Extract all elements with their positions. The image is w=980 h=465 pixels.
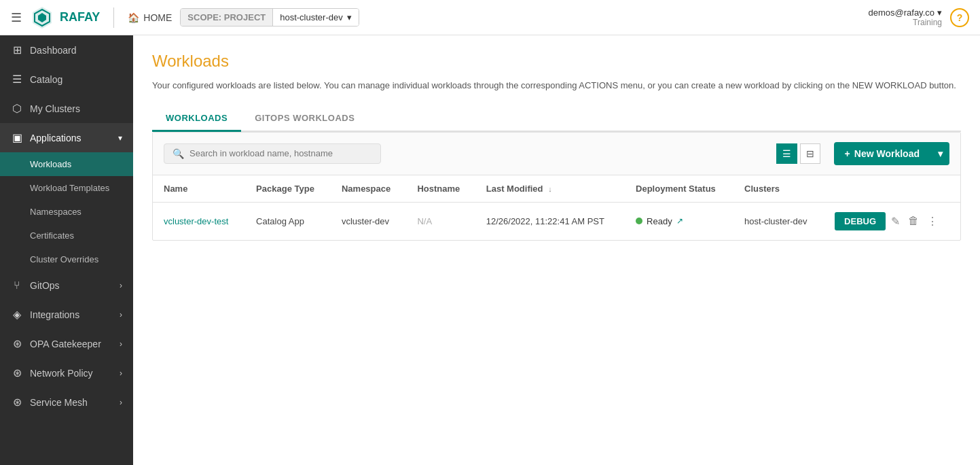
user-role: Training: [913, 18, 942, 27]
main-content: Workloads Your configured workloads are …: [133, 35, 980, 465]
sidebar-item-service-mesh[interactable]: ⊛ Service Mesh ›: [0, 388, 133, 417]
edit-icon[interactable]: ✎: [888, 212, 903, 230]
home-link[interactable]: 🏠 HOME: [128, 12, 172, 23]
sidebar: ⊞ Dashboard ☰ Catalog ⬡ My Clusters ▣ Ap…: [0, 35, 133, 465]
workloads-label: Workloads: [30, 159, 71, 169]
sidebar-item-label: Catalog: [30, 74, 62, 85]
opa-icon: ⊛: [11, 337, 23, 350]
home-icon: 🏠: [128, 12, 139, 23]
sidebar-subitem-certificates[interactable]: Certificates: [0, 224, 133, 247]
grid-view-icon: ⊟: [806, 148, 814, 159]
tabs: WORKLOADS GITOPS WORKLOADS: [152, 106, 961, 132]
search-icon: 🔍: [173, 148, 184, 159]
layout: ⊞ Dashboard ☰ Catalog ⬡ My Clusters ▣ Ap…: [0, 35, 980, 465]
col-deployment-status: Deployment Status: [625, 175, 733, 203]
service-mesh-chevron-icon: ›: [120, 398, 122, 407]
status-ready: Ready ↗: [636, 216, 723, 226]
search-box[interactable]: 🔍: [164, 143, 381, 164]
row-actions-cell: DEBUG ✎ 🗑 ⋮: [824, 202, 960, 240]
row-deployment-status: Ready ↗: [625, 202, 733, 240]
table-body: vcluster-dev-test Catalog App vcluster-d…: [153, 202, 960, 240]
top-nav: ☰ RAFAY 🏠 HOME SCOPE: PROJECT host-clust…: [0, 0, 980, 35]
workload-link[interactable]: vcluster-dev-test: [164, 216, 228, 226]
sidebar-item-label: GitOps: [30, 280, 60, 291]
debug-button[interactable]: DEBUG: [835, 212, 886, 230]
sidebar-item-label: My Clusters: [30, 103, 80, 114]
view-toggle: ☰ ⊟: [776, 143, 820, 164]
status-dot: [636, 218, 642, 224]
tab-workloads[interactable]: WORKLOADS: [152, 106, 241, 132]
col-name: Name: [153, 175, 245, 203]
gitops-icon: ⑂: [11, 279, 23, 292]
search-input[interactable]: [189, 148, 372, 158]
table-row: vcluster-dev-test Catalog App vcluster-d…: [153, 202, 960, 240]
col-clusters: Clusters: [733, 175, 824, 203]
new-workload-dropdown-icon[interactable]: ▾: [931, 142, 949, 165]
sidebar-item-opa-gatekeeper[interactable]: ⊛ OPA Gatekeeper ›: [0, 329, 133, 358]
table-header: Name Package Type Namespace Hostname Las: [153, 175, 960, 203]
user-menu[interactable]: demos@rafay.co ▾ Training: [869, 7, 943, 27]
list-view-icon: ☰: [782, 148, 791, 159]
new-workload-button[interactable]: + New Workload ▾: [834, 142, 949, 165]
row-namespace: vcluster-dev: [331, 202, 406, 240]
sidebar-subitem-workloads[interactable]: Workloads: [0, 152, 133, 176]
sidebar-item-label: Service Mesh: [30, 397, 88, 408]
row-name: vcluster-dev-test: [153, 202, 245, 240]
sort-icon: ↓: [548, 185, 552, 193]
certificates-label: Certificates: [30, 230, 74, 241]
table-area: 🔍 ☰ ⊟ + New Workload: [152, 132, 961, 241]
sidebar-item-label: Integrations: [30, 309, 79, 320]
applications-icon: ▣: [11, 131, 23, 144]
clusters-icon: ⬡: [11, 102, 23, 115]
sidebar-item-my-clusters[interactable]: ⬡ My Clusters: [0, 94, 133, 123]
row-actions: DEBUG ✎ 🗑 ⋮: [835, 212, 949, 230]
sidebar-item-gitops[interactable]: ⑂ GitOps ›: [0, 271, 133, 300]
namespaces-label: Namespaces: [30, 207, 81, 217]
home-label: HOME: [143, 12, 172, 23]
grid-view-button[interactable]: ⊟: [800, 143, 820, 164]
row-clusters: host-cluster-dev: [733, 202, 824, 240]
page-description: Your configured workloads are listed bel…: [152, 79, 961, 92]
sidebar-subitem-workload-templates[interactable]: Workload Templates: [0, 176, 133, 200]
nav-right: demos@rafay.co ▾ Training ?: [869, 7, 970, 27]
row-last-modified: 12/26/2022, 11:22:41 AM PST: [475, 202, 625, 240]
scope-value[interactable]: host-cluster-dev ▾: [273, 9, 358, 26]
list-view-button[interactable]: ☰: [776, 143, 797, 164]
new-workload-plus-icon: +: [845, 148, 850, 159]
logo[interactable]: RAFAY: [30, 5, 100, 30]
logo-text: RAFAY: [60, 10, 100, 24]
workloads-table: Name Package Type Namespace Hostname Las: [153, 175, 960, 240]
sidebar-item-integrations[interactable]: ◈ Integrations ›: [0, 300, 133, 329]
integrations-chevron-icon: ›: [120, 310, 122, 320]
sidebar-subitem-cluster-overrides[interactable]: Cluster Overrides: [0, 247, 133, 271]
scope-chevron-icon: ▾: [347, 12, 352, 22]
delete-icon[interactable]: 🗑: [905, 212, 922, 230]
help-button[interactable]: ?: [950, 8, 969, 27]
sidebar-item-applications[interactable]: ▣ Applications ▾: [0, 123, 133, 152]
col-actions: [824, 175, 960, 203]
scope-selector[interactable]: SCOPE: PROJECT host-cluster-dev ▾: [180, 8, 359, 27]
hamburger-icon[interactable]: ☰: [11, 10, 22, 25]
opa-chevron-icon: ›: [120, 339, 122, 349]
cluster-overrides-label: Cluster Overrides: [30, 254, 98, 264]
user-email: demos@rafay.co ▾: [869, 7, 943, 18]
network-policy-chevron-icon: ›: [120, 368, 122, 378]
sidebar-item-dashboard[interactable]: ⊞ Dashboard: [0, 35, 133, 65]
gitops-chevron-icon: ›: [120, 281, 122, 290]
sidebar-item-catalog[interactable]: ☰ Catalog: [0, 65, 133, 94]
more-options-icon[interactable]: ⋮: [924, 212, 941, 230]
sidebar-subitem-namespaces[interactable]: Namespaces: [0, 200, 133, 224]
applications-chevron-icon: ▾: [118, 133, 122, 143]
user-chevron-icon: ▾: [937, 7, 942, 18]
sidebar-item-label: Applications: [30, 133, 81, 143]
scope-label: SCOPE: PROJECT: [181, 9, 273, 26]
col-last-modified[interactable]: Last Modified ↓: [475, 175, 625, 203]
row-package-type: Catalog App: [245, 202, 331, 240]
sidebar-item-label: OPA Gatekeeper: [30, 339, 101, 349]
external-link-icon[interactable]: ↗: [676, 216, 683, 226]
col-package-type: Package Type: [245, 175, 331, 203]
sidebar-item-network-policy[interactable]: ⊛ Network Policy ›: [0, 358, 133, 388]
tab-gitops-workloads[interactable]: GITOPS WORKLOADS: [241, 106, 368, 132]
page-title: Workloads: [152, 52, 961, 71]
service-mesh-icon: ⊛: [11, 396, 23, 409]
